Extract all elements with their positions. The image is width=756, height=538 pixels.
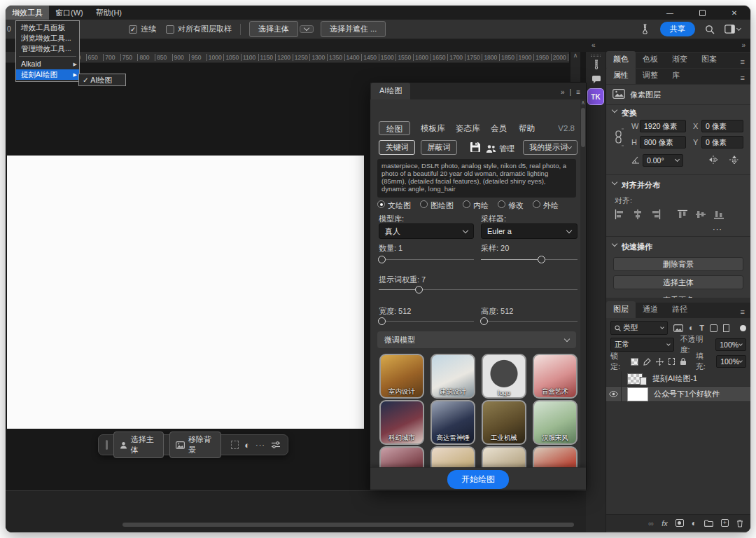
collapse-transform-icon[interactable] — [612, 107, 617, 113]
taskbar-select-subject-button[interactable]: 选择主体 — [113, 432, 164, 458]
ai-panel-scrollbar[interactable]: ∧ — [580, 99, 586, 469]
steps-slider[interactable] — [481, 254, 578, 265]
blocked-words-button[interactable]: 屏蔽词 — [421, 140, 457, 155]
layer-row-background[interactable]: 公众号下1个好软件 — [606, 387, 750, 402]
workspace-switcher-icon[interactable] — [724, 25, 741, 34]
blend-mode-dropdown[interactable]: 正常 — [610, 338, 674, 352]
start-drawing-button[interactable]: 开始绘图 — [447, 470, 509, 489]
test-tube-icon[interactable] — [586, 58, 606, 72]
height-field[interactable]: 800 像素 — [640, 136, 686, 149]
finetune-model-thumbnail[interactable]: logo — [482, 354, 526, 399]
adjustment-icon[interactable]: ◐ — [244, 440, 250, 450]
tab-adjustments[interactable]: 调整 — [636, 67, 665, 84]
count-slider[interactable] — [379, 254, 474, 265]
align-bottom-icon[interactable] — [714, 209, 724, 219]
nav-pose-library[interactable]: 姿态库 — [456, 121, 480, 135]
layer-thumbnail[interactable] — [627, 387, 648, 401]
mode-inpaint[interactable]: 内绘 — [463, 200, 489, 211]
layer-name[interactable]: 公众号下1个好软件 — [654, 389, 720, 399]
finetune-model-thumbnail[interactable]: 女孩1.0 — [379, 446, 424, 469]
menu-plugins[interactable]: 增效工具 — [6, 6, 49, 20]
filter-type-dropdown[interactable]: 类型 — [610, 321, 668, 335]
scrollbar-thumb[interactable] — [581, 108, 585, 147]
finetune-model-thumbnail[interactable]: 高达雷神锤 — [430, 400, 475, 445]
collapse-panels-left-icon[interactable]: « — [592, 41, 596, 49]
restore-button[interactable] — [686, 6, 718, 20]
menu-window[interactable]: 窗口(W) — [49, 6, 90, 20]
finetune-model-thumbnail[interactable]: 汉服唐风 — [533, 446, 578, 469]
checkbox-unchecked-icon[interactable] — [166, 25, 174, 34]
finetune-model-header[interactable]: 微调模型 — [377, 331, 576, 348]
width-slider[interactable] — [379, 316, 474, 327]
tab-patterns[interactable]: 图案 — [694, 51, 724, 68]
contiguous-option[interactable]: ✓ 连续 — [129, 24, 156, 34]
nav-membership[interactable]: 会员 — [491, 121, 507, 135]
align-more-options[interactable]: ··· — [713, 225, 722, 233]
select-and-mask-button[interactable]: 选择并遮住 ... — [321, 21, 386, 37]
dock-drag-handle[interactable] — [591, 55, 601, 57]
horizontal-scrollbar-thumb[interactable] — [122, 523, 574, 527]
save-icon[interactable] — [470, 142, 481, 153]
sampler-dropdown[interactable]: Euler a — [481, 223, 578, 239]
drag-handle[interactable] — [106, 440, 108, 450]
adjustment-layer-icon[interactable]: ◐ — [692, 518, 696, 528]
prompt-textarea[interactable]: masterpiece, DSLR photo, analog style, n… — [377, 159, 576, 198]
collapse-quick-actions-icon[interactable] — [612, 241, 617, 247]
menu-item-browse-plugins[interactable]: 浏览增效工具... — [16, 33, 79, 43]
remove-background-button[interactable]: 删除背景 — [613, 257, 743, 271]
collapse-align-icon[interactable] — [612, 179, 617, 185]
nav-help[interactable]: 帮助 — [519, 121, 535, 135]
lock-artboard-icon[interactable] — [668, 358, 675, 365]
quick-actions-title[interactable]: 快速操作 — [622, 242, 652, 252]
panel-menu-icon[interactable]: ≡ — [741, 308, 745, 318]
panel-menu-icon[interactable]: ≡ — [741, 74, 745, 84]
lock-position-icon[interactable] — [656, 358, 664, 366]
layer-effects-icon[interactable]: fx — [662, 519, 668, 527]
layer-name[interactable]: 提刻AI绘图-1 — [652, 373, 697, 384]
select-subject-quick-button[interactable]: 选择主体 — [613, 275, 743, 289]
link-dimensions-icon[interactable] — [613, 123, 624, 151]
delete-layer-trash-icon[interactable] — [736, 519, 743, 527]
filter-smart-objects-icon[interactable] — [723, 324, 729, 332]
align-right-icon[interactable] — [651, 209, 661, 219]
finetune-model-thumbnail[interactable]: 工业机械 — [482, 400, 526, 445]
opacity-field[interactable]: 100% — [715, 338, 746, 351]
share-button[interactable]: 共享 — [660, 22, 695, 36]
link-layers-icon[interactable]: ∞ — [648, 519, 654, 527]
tab-layers[interactable]: 图层 — [606, 301, 636, 318]
align-center-horizontal-icon[interactable] — [633, 209, 643, 219]
menu-item-manage-plugins[interactable]: 管理增效工具... — [16, 43, 79, 54]
finetune-model-thumbnail[interactable]: 建筑设计 — [430, 354, 475, 399]
panel-menu-icon[interactable]: ≡ — [741, 57, 745, 68]
prompt-weight-slider[interactable] — [379, 284, 578, 296]
nav-template-library[interactable]: 模板库 — [421, 121, 445, 135]
filter-toggle-pin-icon[interactable] — [740, 325, 746, 331]
transform-section-title[interactable]: 变换 — [622, 108, 637, 118]
menu-item-tike-ai[interactable]: 提刻AI绘图 ▶ — [16, 69, 79, 80]
mode-modify[interactable]: 修改 — [498, 200, 524, 211]
lock-paint-icon[interactable] — [643, 358, 651, 366]
filter-pixel-layers-icon[interactable] — [673, 324, 683, 332]
align-center-vertical-icon[interactable] — [696, 209, 706, 219]
lock-all-icon[interactable] — [680, 357, 687, 366]
flip-vertical-icon[interactable] — [729, 156, 739, 164]
tab-color[interactable]: 颜色 — [606, 51, 636, 68]
finetune-model-thumbnail[interactable]: 室内设计 — [379, 354, 424, 399]
submenu-item-ai-draw[interactable]: ✓ AI绘图 — [79, 74, 125, 85]
angle-field[interactable]: 0.00° — [643, 154, 683, 167]
finetune-model-thumbnail[interactable]: 偶像绘1.0 — [430, 446, 475, 469]
tab-paths[interactable]: 路径 — [665, 301, 694, 318]
my-prompts-dropdown[interactable]: 我的提示词 — [523, 140, 578, 155]
layer-row-tike[interactable]: 提刻AI绘图-1 — [606, 371, 750, 387]
collapse-panel-icon[interactable]: » — [561, 88, 565, 96]
transform-icon[interactable] — [231, 441, 239, 449]
document-canvas[interactable] — [7, 156, 364, 429]
model-dropdown[interactable]: 真人 — [379, 223, 474, 239]
align-section-title[interactable]: 对齐并分布 — [622, 180, 660, 191]
comment-bubble-icon[interactable] — [586, 72, 606, 86]
finetune-model-thumbnail[interactable]: 科幻城市 — [379, 400, 424, 445]
sample-all-layers-option[interactable]: 对所有图层取样 — [166, 24, 232, 34]
tab-libraries[interactable]: 库 — [665, 67, 687, 84]
keywords-button[interactable]: 关键词 — [379, 140, 415, 155]
ai-panel-tab[interactable]: AI绘图 — [371, 83, 410, 99]
